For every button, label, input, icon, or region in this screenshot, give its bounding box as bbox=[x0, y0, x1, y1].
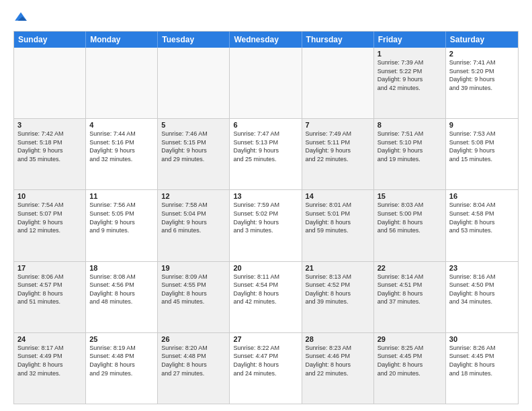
day-info: Sunrise: 8:14 AM Sunset: 4:51 PM Dayligh… bbox=[378, 273, 442, 306]
day-info: Sunrise: 8:11 AM Sunset: 4:54 PM Dayligh… bbox=[233, 273, 298, 306]
calendar-cell bbox=[14, 48, 86, 118]
calendar-cell: 18Sunrise: 8:08 AM Sunset: 4:56 PM Dayli… bbox=[86, 262, 158, 332]
day-number: 16 bbox=[449, 192, 515, 200]
day-info: Sunrise: 7:56 AM Sunset: 5:05 PM Dayligh… bbox=[89, 201, 154, 234]
day-number: 2 bbox=[449, 50, 515, 58]
day-number: 8 bbox=[378, 121, 442, 129]
day-number: 13 bbox=[233, 192, 298, 200]
calendar-cell: 27Sunrise: 8:22 AM Sunset: 4:47 PM Dayli… bbox=[230, 333, 302, 404]
calendar-cell: 28Sunrise: 8:23 AM Sunset: 4:46 PM Dayli… bbox=[302, 333, 374, 404]
header-cell-saturday: Saturday bbox=[446, 32, 518, 48]
day-number: 14 bbox=[306, 192, 370, 200]
day-info: Sunrise: 8:17 AM Sunset: 4:49 PM Dayligh… bbox=[17, 344, 82, 377]
day-number: 20 bbox=[233, 264, 298, 272]
day-number: 6 bbox=[233, 121, 298, 129]
calendar-cell: 4Sunrise: 7:44 AM Sunset: 5:16 PM Daylig… bbox=[86, 119, 158, 189]
header-cell-monday: Monday bbox=[86, 32, 158, 48]
header-cell-friday: Friday bbox=[374, 32, 446, 48]
calendar-cell: 20Sunrise: 8:11 AM Sunset: 4:54 PM Dayli… bbox=[230, 262, 302, 332]
calendar-cell: 29Sunrise: 8:25 AM Sunset: 4:45 PM Dayli… bbox=[374, 333, 446, 404]
day-info: Sunrise: 7:59 AM Sunset: 5:02 PM Dayligh… bbox=[233, 201, 298, 234]
day-info: Sunrise: 8:16 AM Sunset: 4:50 PM Dayligh… bbox=[449, 273, 515, 306]
calendar-cell: 24Sunrise: 8:17 AM Sunset: 4:49 PM Dayli… bbox=[14, 333, 86, 404]
calendar-cell: 19Sunrise: 8:09 AM Sunset: 4:55 PM Dayli… bbox=[158, 262, 230, 332]
calendar-cell: 3Sunrise: 7:42 AM Sunset: 5:18 PM Daylig… bbox=[14, 119, 86, 189]
calendar-cell: 8Sunrise: 7:51 AM Sunset: 5:10 PM Daylig… bbox=[374, 119, 446, 189]
day-number: 19 bbox=[161, 264, 226, 272]
day-info: Sunrise: 8:22 AM Sunset: 4:47 PM Dayligh… bbox=[233, 344, 298, 377]
day-info: Sunrise: 8:09 AM Sunset: 4:55 PM Dayligh… bbox=[161, 273, 226, 306]
day-number: 10 bbox=[17, 192, 82, 200]
calendar-cell bbox=[158, 48, 230, 118]
calendar-cell: 30Sunrise: 8:26 AM Sunset: 4:45 PM Dayli… bbox=[446, 333, 518, 404]
day-number: 28 bbox=[306, 335, 370, 343]
day-info: Sunrise: 7:42 AM Sunset: 5:18 PM Dayligh… bbox=[17, 130, 82, 163]
calendar: SundayMondayTuesdayWednesdayThursdayFrid… bbox=[13, 31, 519, 404]
calendar-cell bbox=[302, 48, 374, 118]
day-number: 29 bbox=[378, 335, 442, 343]
day-info: Sunrise: 8:13 AM Sunset: 4:52 PM Dayligh… bbox=[306, 273, 370, 306]
day-number: 12 bbox=[161, 192, 226, 200]
calendar-cell: 26Sunrise: 8:20 AM Sunset: 4:48 PM Dayli… bbox=[158, 333, 230, 404]
day-info: Sunrise: 8:03 AM Sunset: 5:00 PM Dayligh… bbox=[378, 201, 442, 234]
day-number: 5 bbox=[161, 121, 226, 129]
top-section bbox=[13, 11, 519, 26]
day-info: Sunrise: 7:54 AM Sunset: 5:07 PM Dayligh… bbox=[17, 201, 82, 234]
day-number: 18 bbox=[89, 264, 154, 272]
calendar-cell: 17Sunrise: 8:06 AM Sunset: 4:57 PM Dayli… bbox=[14, 262, 86, 332]
calendar-cell: 1Sunrise: 7:39 AM Sunset: 5:22 PM Daylig… bbox=[374, 48, 446, 118]
calendar-cell: 5Sunrise: 7:46 AM Sunset: 5:15 PM Daylig… bbox=[158, 119, 230, 189]
calendar-cell: 14Sunrise: 8:01 AM Sunset: 5:01 PM Dayli… bbox=[302, 190, 374, 261]
calendar-cell: 12Sunrise: 7:58 AM Sunset: 5:04 PM Dayli… bbox=[158, 190, 230, 261]
day-number: 9 bbox=[449, 121, 515, 129]
calendar-cell: 11Sunrise: 7:56 AM Sunset: 5:05 PM Dayli… bbox=[86, 190, 158, 261]
day-info: Sunrise: 7:51 AM Sunset: 5:10 PM Dayligh… bbox=[378, 130, 442, 163]
logo-icon bbox=[13, 11, 28, 26]
calendar-cell bbox=[230, 48, 302, 118]
calendar-cell: 23Sunrise: 8:16 AM Sunset: 4:50 PM Dayli… bbox=[446, 262, 518, 332]
day-info: Sunrise: 7:46 AM Sunset: 5:15 PM Dayligh… bbox=[161, 130, 226, 163]
day-number: 26 bbox=[161, 335, 226, 343]
calendar-row: 3Sunrise: 7:42 AM Sunset: 5:18 PM Daylig… bbox=[14, 119, 518, 190]
day-number: 23 bbox=[449, 264, 515, 272]
day-number: 24 bbox=[17, 335, 82, 343]
day-info: Sunrise: 8:20 AM Sunset: 4:48 PM Dayligh… bbox=[161, 344, 226, 377]
day-info: Sunrise: 7:47 AM Sunset: 5:13 PM Dayligh… bbox=[233, 130, 298, 163]
day-info: Sunrise: 8:01 AM Sunset: 5:01 PM Dayligh… bbox=[306, 201, 370, 234]
calendar-body: 1Sunrise: 7:39 AM Sunset: 5:22 PM Daylig… bbox=[14, 48, 518, 404]
day-info: Sunrise: 8:04 AM Sunset: 4:58 PM Dayligh… bbox=[449, 201, 515, 234]
day-number: 22 bbox=[378, 264, 442, 272]
calendar-cell: 9Sunrise: 7:53 AM Sunset: 5:08 PM Daylig… bbox=[446, 119, 518, 189]
calendar-cell: 25Sunrise: 8:19 AM Sunset: 4:48 PM Dayli… bbox=[86, 333, 158, 404]
calendar-cell: 21Sunrise: 8:13 AM Sunset: 4:52 PM Dayli… bbox=[302, 262, 374, 332]
day-info: Sunrise: 7:58 AM Sunset: 5:04 PM Dayligh… bbox=[161, 201, 226, 234]
day-number: 17 bbox=[17, 264, 82, 272]
day-info: Sunrise: 7:44 AM Sunset: 5:16 PM Dayligh… bbox=[89, 130, 154, 163]
calendar-row: 10Sunrise: 7:54 AM Sunset: 5:07 PM Dayli… bbox=[14, 190, 518, 261]
calendar-cell: 15Sunrise: 8:03 AM Sunset: 5:00 PM Dayli… bbox=[374, 190, 446, 261]
day-number: 21 bbox=[306, 264, 370, 272]
calendar-cell bbox=[86, 48, 158, 118]
calendar-cell: 7Sunrise: 7:49 AM Sunset: 5:11 PM Daylig… bbox=[302, 119, 374, 189]
header-cell-thursday: Thursday bbox=[302, 32, 374, 48]
day-info: Sunrise: 8:26 AM Sunset: 4:45 PM Dayligh… bbox=[449, 344, 515, 377]
calendar-cell: 2Sunrise: 7:41 AM Sunset: 5:20 PM Daylig… bbox=[446, 48, 518, 118]
day-number: 25 bbox=[89, 335, 154, 343]
calendar-row: 1Sunrise: 7:39 AM Sunset: 5:22 PM Daylig… bbox=[14, 48, 518, 119]
day-number: 3 bbox=[17, 121, 82, 129]
header-cell-sunday: Sunday bbox=[14, 32, 86, 48]
calendar-cell: 10Sunrise: 7:54 AM Sunset: 5:07 PM Dayli… bbox=[14, 190, 86, 261]
day-info: Sunrise: 8:08 AM Sunset: 4:56 PM Dayligh… bbox=[89, 273, 154, 306]
header-cell-wednesday: Wednesday bbox=[230, 32, 302, 48]
page: SundayMondayTuesdayWednesdayThursdayFrid… bbox=[0, 0, 532, 411]
day-number: 4 bbox=[89, 121, 154, 129]
calendar-row: 17Sunrise: 8:06 AM Sunset: 4:57 PM Dayli… bbox=[14, 262, 518, 333]
day-info: Sunrise: 8:23 AM Sunset: 4:46 PM Dayligh… bbox=[306, 344, 370, 377]
day-number: 30 bbox=[449, 335, 515, 343]
calendar-row: 24Sunrise: 8:17 AM Sunset: 4:49 PM Dayli… bbox=[14, 333, 518, 404]
day-info: Sunrise: 8:06 AM Sunset: 4:57 PM Dayligh… bbox=[17, 273, 82, 306]
logo bbox=[13, 11, 31, 26]
calendar-cell: 6Sunrise: 7:47 AM Sunset: 5:13 PM Daylig… bbox=[230, 119, 302, 189]
day-info: Sunrise: 7:53 AM Sunset: 5:08 PM Dayligh… bbox=[449, 130, 515, 163]
calendar-cell: 22Sunrise: 8:14 AM Sunset: 4:51 PM Dayli… bbox=[374, 262, 446, 332]
